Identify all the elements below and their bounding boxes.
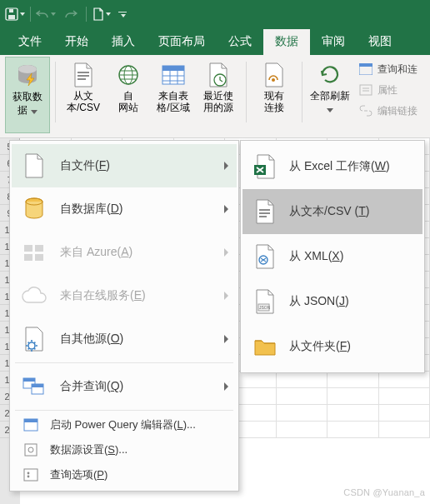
text-csv-icon bbox=[71, 62, 96, 88]
svg-point-13 bbox=[272, 78, 275, 82]
menu-from-online-services[interactable]: 来自在线服务(E) bbox=[12, 274, 237, 317]
excel-file-icon bbox=[252, 153, 278, 180]
menu-query-options[interactable]: 查询选项(P) bbox=[12, 462, 237, 487]
menu-data-source-settings[interactable]: 数据源设置(S)... bbox=[12, 437, 237, 462]
edit-links-button[interactable]: 编辑链接 bbox=[356, 102, 421, 120]
chevron-right-icon bbox=[224, 335, 228, 343]
pq-editor-icon bbox=[23, 418, 38, 432]
submenu-from-folder[interactable]: 从文件夹(F) bbox=[242, 324, 422, 369]
get-data-menu: 自文件(F) 自数据库(D) 来自 Azure(A) 来自在线服务(E) 自其他… bbox=[9, 140, 239, 492]
menu-from-file[interactable]: 自文件(F) bbox=[12, 144, 237, 187]
save-icon bbox=[5, 7, 18, 21]
from-table-range-button[interactable]: 来自表 格/区域 bbox=[151, 57, 196, 133]
menu-from-database[interactable]: 自数据库(D) bbox=[12, 187, 237, 231]
undo-icon bbox=[36, 8, 49, 20]
qat-customize-button[interactable] bbox=[115, 2, 130, 26]
from-web-button[interactable]: 自 网站 bbox=[106, 57, 151, 133]
svg-rect-7 bbox=[78, 78, 86, 80]
quick-access-toolbar bbox=[0, 0, 430, 28]
menu-combine-queries[interactable]: 合并查询(Q) bbox=[12, 365, 237, 408]
svg-rect-16 bbox=[360, 85, 372, 95]
svg-rect-1 bbox=[8, 15, 15, 19]
svg-rect-27 bbox=[32, 384, 43, 387]
tab-data[interactable]: 数据 bbox=[263, 29, 310, 55]
chevron-right-icon bbox=[224, 205, 228, 213]
page-icon bbox=[92, 7, 104, 21]
svg-point-4 bbox=[18, 65, 37, 73]
svg-rect-15 bbox=[359, 63, 372, 67]
folder-icon bbox=[252, 336, 278, 357]
new-file-button[interactable] bbox=[90, 2, 113, 26]
svg-rect-30 bbox=[25, 444, 37, 456]
svg-rect-37 bbox=[259, 212, 270, 214]
azure-icon bbox=[22, 242, 47, 263]
svg-rect-6 bbox=[78, 75, 89, 77]
json-file-icon: JSON bbox=[252, 288, 278, 315]
menu-from-azure[interactable]: 来自 Azure(A) bbox=[12, 231, 237, 274]
tab-file[interactable]: 文件 bbox=[7, 29, 53, 55]
refresh-icon bbox=[317, 62, 343, 87]
ribbon-data: 获取数 据 从文 本/CSV 自 网站 来自表 格/区域 最近使 用的源 bbox=[0, 55, 430, 138]
submenu-from-xml[interactable]: 从 XML(X) bbox=[242, 234, 422, 279]
svg-rect-25 bbox=[23, 378, 35, 382]
link-icon bbox=[359, 105, 372, 117]
from-text-csv-button[interactable]: 从文 本/CSV bbox=[61, 57, 106, 133]
watermark: CSDN @Yuanan_a bbox=[343, 487, 425, 497]
tab-formulas[interactable]: 公式 bbox=[217, 29, 263, 55]
chevron-right-icon bbox=[224, 292, 228, 300]
tab-page-layout[interactable]: 页面布局 bbox=[147, 29, 217, 55]
tab-review[interactable]: 审阅 bbox=[310, 29, 357, 55]
recent-sources-button[interactable]: 最近使 用的源 bbox=[196, 57, 241, 133]
submenu-from-text-csv[interactable]: 从文本/CSV (T) bbox=[242, 189, 422, 234]
get-data-label-1: 获取数 bbox=[12, 91, 42, 102]
menu-launch-pq-editor[interactable]: 启动 Power Query 编辑器(L)... bbox=[12, 412, 237, 437]
svg-point-33 bbox=[28, 472, 30, 475]
svg-rect-20 bbox=[35, 245, 43, 252]
xml-file-icon bbox=[252, 243, 278, 270]
cloud-icon bbox=[21, 286, 48, 306]
properties-button[interactable]: 属性 bbox=[356, 81, 421, 99]
svg-rect-5 bbox=[78, 72, 89, 73]
svg-rect-2 bbox=[9, 9, 13, 12]
undo-button[interactable] bbox=[34, 2, 58, 26]
existing-connections-button[interactable]: 现有 连接 bbox=[252, 57, 297, 133]
save-button[interactable] bbox=[3, 2, 27, 26]
database-icon bbox=[23, 197, 45, 222]
queries-connections-button[interactable]: 查询和连 bbox=[356, 60, 421, 78]
database-bolt-icon bbox=[13, 62, 42, 90]
properties-icon bbox=[359, 84, 372, 96]
svg-rect-22 bbox=[35, 254, 43, 261]
tab-insert[interactable]: 插入 bbox=[100, 29, 147, 55]
get-data-label-2: 据 bbox=[18, 104, 37, 117]
options-icon bbox=[23, 468, 38, 482]
get-data-button[interactable]: 获取数 据 bbox=[5, 57, 50, 133]
file-gear-icon bbox=[22, 326, 46, 352]
svg-rect-11 bbox=[162, 66, 184, 71]
from-file-submenu: 从 Excel 工作簿(W) 从文本/CSV (T) 从 XML(X) JSON… bbox=[240, 140, 425, 373]
ribbon-tabs: 文件 开始 插入 页面布局 公式 数据 审阅 视图 bbox=[0, 28, 430, 55]
connection-icon bbox=[262, 62, 287, 88]
svg-point-34 bbox=[28, 476, 30, 478]
tab-home[interactable]: 开始 bbox=[53, 29, 100, 55]
chevron-right-icon bbox=[224, 248, 228, 257]
text-file-icon bbox=[252, 198, 278, 225]
svg-rect-32 bbox=[24, 469, 38, 481]
svg-text:JSON: JSON bbox=[259, 305, 271, 310]
settings-icon bbox=[23, 442, 38, 457]
tab-view[interactable]: 视图 bbox=[357, 29, 403, 55]
redo-button[interactable] bbox=[59, 2, 82, 26]
svg-rect-38 bbox=[259, 216, 267, 217]
queries-icon bbox=[359, 63, 372, 75]
chevron-right-icon bbox=[224, 382, 228, 391]
submenu-from-workbook[interactable]: 从 Excel 工作簿(W) bbox=[242, 144, 422, 189]
submenu-from-json[interactable]: JSON 从 JSON(J) bbox=[242, 279, 422, 324]
svg-rect-19 bbox=[24, 245, 32, 252]
table-icon bbox=[161, 64, 186, 86]
redo-icon bbox=[64, 8, 78, 20]
svg-rect-21 bbox=[24, 254, 32, 261]
chevron-right-icon bbox=[224, 162, 228, 170]
file-icon bbox=[22, 152, 46, 179]
recent-icon bbox=[207, 62, 230, 88]
menu-from-other-sources[interactable]: 自其他源(O) bbox=[12, 317, 237, 361]
refresh-all-button[interactable]: 全部刷新 bbox=[308, 57, 352, 133]
